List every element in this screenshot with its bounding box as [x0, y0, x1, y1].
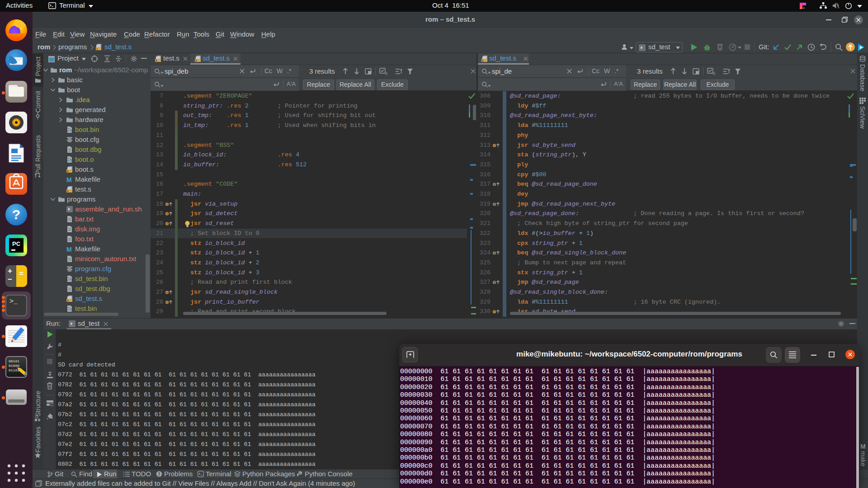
svg-text:II: II — [385, 71, 387, 75]
svg-text:II: II — [713, 71, 715, 75]
